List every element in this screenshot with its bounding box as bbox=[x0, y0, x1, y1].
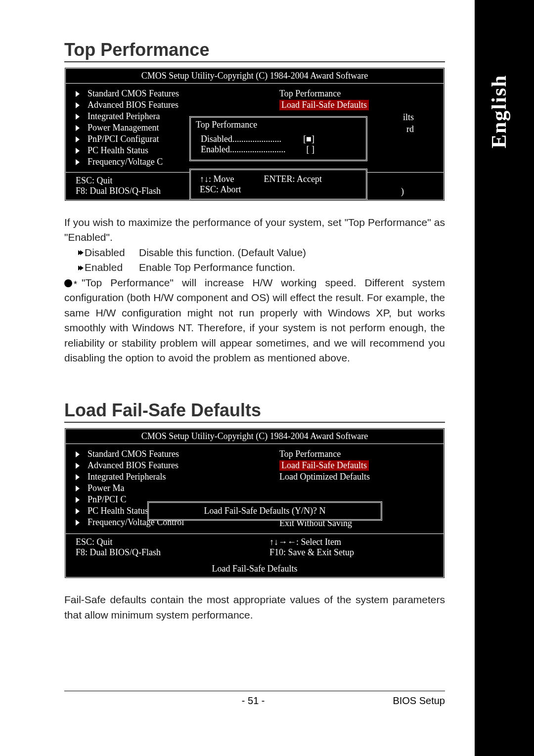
bios2-title: CMOS Setup Utility-Copyright (C) 1984-20… bbox=[66, 429, 444, 444]
bios2-label: Load Fail-Safe Defaults bbox=[279, 460, 369, 471]
arrow-icon bbox=[76, 102, 80, 108]
popup-option-disabled[interactable]: Disabled...................... [■] bbox=[201, 134, 314, 144]
bios1-label: Standard CMOS Features bbox=[88, 89, 179, 99]
arrow-icon bbox=[76, 486, 80, 491]
bios1-item[interactable]: Advanced BIOS Features bbox=[76, 100, 245, 110]
bios2-item[interactable]: Top Performance bbox=[279, 449, 434, 459]
bios2-label: Load Optimized Defaults bbox=[279, 472, 370, 482]
popup-hint-move: ↑↓: Move bbox=[200, 174, 234, 184]
bios1-label-hl: Load Fail-Safe Defaults bbox=[279, 100, 369, 110]
bios1-label: Integrated Periphera bbox=[88, 111, 160, 122]
bios1-item-hl[interactable]: Load Fail-Safe Defaults bbox=[279, 100, 434, 110]
arrow-icon bbox=[76, 91, 80, 97]
bios2-body: Standard CMOS Features Advanced BIOS Fea… bbox=[66, 444, 444, 534]
page-content: Top Performance CMOS Setup Utility-Copyr… bbox=[0, 0, 475, 756]
bios2-footer-right: ↑↓→←: Select Item F10: Save & Exit Setup bbox=[255, 537, 434, 558]
bios1-label: Advanced BIOS Features bbox=[88, 100, 178, 110]
popup-hint-abort: ESC: Abort bbox=[200, 184, 357, 195]
dbl-arrow-icon bbox=[78, 250, 82, 255]
select-item-hint: ↑↓→←: Select Item bbox=[269, 537, 434, 547]
section2-body: Fail-Safe defaults contain the most appr… bbox=[64, 592, 445, 623]
note-text: "Top Performance" will increase H/W work… bbox=[64, 275, 445, 366]
note-bullet-icon bbox=[64, 279, 72, 287]
option-disabled-line: Disabled Disable this function. (Default… bbox=[78, 245, 445, 260]
bios2-item[interactable]: Load Optimized Defaults bbox=[279, 472, 434, 482]
esc-quit: ESC: Quit bbox=[76, 537, 255, 547]
popup-body: Disabled...................... [■] Enabl… bbox=[191, 132, 366, 160]
bios2-label: Standard CMOS Features bbox=[88, 449, 179, 459]
opt-label: Enabled bbox=[85, 260, 139, 275]
option-enabled-line: Enabled Enable Top Performance function. bbox=[78, 260, 445, 275]
cut-text: ilts bbox=[403, 112, 414, 123]
bios2-item[interactable]: Power Ma bbox=[76, 483, 245, 493]
bios2-label: PnP/PCI C bbox=[88, 494, 127, 505]
bios2-item[interactable]: Advanced BIOS Features bbox=[76, 460, 245, 471]
bios2-item[interactable]: Integrated Peripherals bbox=[76, 472, 245, 482]
top-performance-popup: Top Performance Disabled................… bbox=[189, 116, 367, 161]
popup-hint-accept: ENTER: Accept bbox=[264, 174, 322, 184]
language-tab: English bbox=[487, 44, 512, 148]
footer-section: BIOS Setup bbox=[393, 695, 445, 707]
bios1-title: CMOS Setup Utility-Copyright (C) 1984-20… bbox=[66, 69, 444, 84]
bios2-item[interactable]: Standard CMOS Features bbox=[76, 449, 245, 459]
opt-desc: Enable Top Performance function. bbox=[139, 260, 295, 275]
arrow-icon bbox=[76, 148, 80, 154]
arrow-icon bbox=[76, 474, 80, 480]
popup-footer: ↑↓: Move ENTER: Accept ESC: Abort bbox=[189, 169, 367, 200]
bios2-item bbox=[279, 483, 434, 494]
f10-save: F10: Save & Exit Setup bbox=[269, 547, 434, 558]
bios1-label: Power Management bbox=[88, 123, 159, 133]
section2-title: Load Fail-Safe Defaults bbox=[64, 400, 445, 423]
prompt-text: Load Fail-Safe Defaults (Y/N)? N bbox=[204, 506, 326, 516]
section1-title: Top Performance bbox=[64, 40, 445, 62]
bios-screenshot-2: CMOS Setup Utility-Copyright (C) 1984-20… bbox=[64, 428, 445, 578]
opt-label: Disabled bbox=[85, 245, 139, 260]
failsafe-prompt[interactable]: Load Fail-Safe Defaults (Y/N)? N bbox=[147, 501, 382, 521]
arrow-icon bbox=[76, 520, 80, 526]
bios1-label: PC Health Status bbox=[88, 145, 148, 156]
popup-option-enabled[interactable]: Enabled......................... [ ] bbox=[201, 144, 314, 155]
arrow-icon bbox=[76, 463, 80, 469]
bios2-label: Integrated Peripherals bbox=[88, 472, 166, 482]
arrow-icon bbox=[76, 136, 80, 142]
bios1-item[interactable]: Standard CMOS Features bbox=[76, 89, 245, 99]
bios2-status: Load Fail-Safe Defaults bbox=[66, 561, 444, 577]
bios2-label: PC Health Status bbox=[88, 506, 148, 516]
dbl-arrow-icon bbox=[78, 266, 82, 270]
bios1-label: Frequency/Voltage C bbox=[88, 157, 163, 167]
opt-desc: Disable this function. (Default Value) bbox=[139, 245, 306, 260]
bios2-label: Top Performance bbox=[279, 449, 341, 459]
popup-title: Top Performance bbox=[191, 118, 366, 132]
arrow-icon bbox=[76, 451, 80, 457]
cut-text: rd bbox=[406, 124, 414, 134]
bios1-item[interactable]: Top Performance bbox=[279, 89, 434, 99]
bios2-footer-left: ESC: Quit F8: Dual BIOS/Q-Flash bbox=[76, 537, 255, 558]
arrow-icon bbox=[76, 508, 80, 514]
page-footer: - 51 - BIOS Setup bbox=[64, 691, 445, 707]
bios-screenshot-1: CMOS Setup Utility-Copyright (C) 1984-20… bbox=[64, 67, 445, 201]
f8-qflash: F8: Dual BIOS/Q-Flash bbox=[76, 547, 255, 558]
page-number: - 51 - bbox=[114, 695, 393, 707]
bios1-label: Top Performance bbox=[279, 89, 341, 99]
bios2-item-hl[interactable]: Load Fail-Safe Defaults bbox=[279, 460, 434, 471]
bios2-footer: ESC: Quit F8: Dual BIOS/Q-Flash ↑↓→←: Se… bbox=[66, 534, 444, 561]
intro-text: If you wish to maximize the performance … bbox=[64, 215, 445, 245]
arrow-icon bbox=[76, 159, 80, 165]
section1-body: If you wish to maximize the performance … bbox=[64, 215, 445, 365]
arrow-icon bbox=[76, 125, 80, 131]
bios1-body: Standard CMOS Features Advanced BIOS Fea… bbox=[66, 84, 444, 173]
bios1-label: PnP/PCI Configurat bbox=[88, 134, 159, 144]
arrow-icon bbox=[76, 114, 80, 120]
arrow-icon bbox=[76, 497, 80, 503]
bios2-label: Power Ma bbox=[88, 483, 125, 493]
bios2-label: Advanced BIOS Features bbox=[88, 460, 178, 471]
